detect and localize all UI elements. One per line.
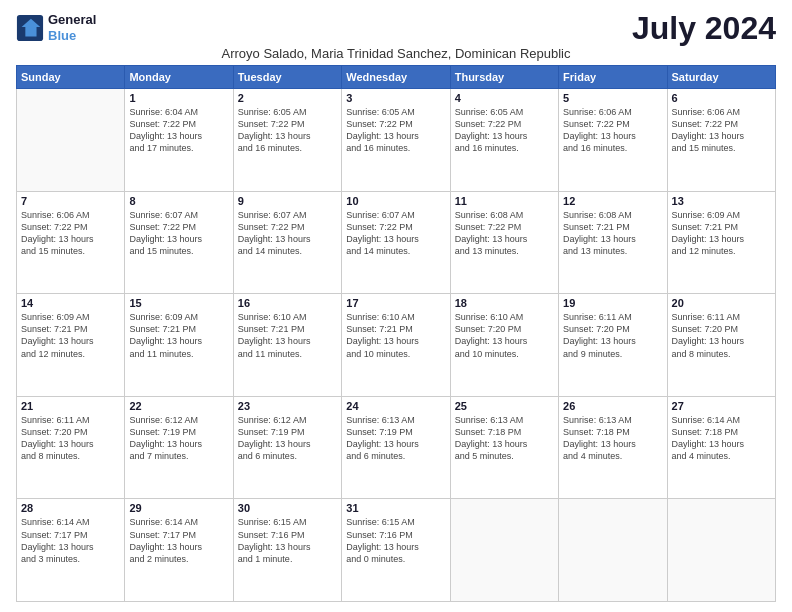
week-row-3: 14Sunrise: 6:09 AM Sunset: 7:21 PM Dayli…: [17, 294, 776, 397]
header: General Blue July 2024: [16, 12, 776, 44]
calendar-cell: 19Sunrise: 6:11 AM Sunset: 7:20 PM Dayli…: [559, 294, 667, 397]
title-section: July 2024: [632, 12, 776, 44]
day-number: 16: [238, 297, 337, 309]
calendar: Sunday Monday Tuesday Wednesday Thursday…: [16, 65, 776, 602]
day-number: 31: [346, 502, 445, 514]
calendar-cell: [559, 499, 667, 602]
day-number: 15: [129, 297, 228, 309]
day-number: 4: [455, 92, 554, 104]
page: General Blue July 2024 Arroyo Salado, Ma…: [0, 0, 792, 612]
col-tuesday: Tuesday: [233, 66, 341, 89]
day-number: 12: [563, 195, 662, 207]
calendar-cell: 30Sunrise: 6:15 AM Sunset: 7:16 PM Dayli…: [233, 499, 341, 602]
day-info: Sunrise: 6:05 AM Sunset: 7:22 PM Dayligh…: [455, 106, 554, 155]
calendar-cell: 21Sunrise: 6:11 AM Sunset: 7:20 PM Dayli…: [17, 396, 125, 499]
day-number: 25: [455, 400, 554, 412]
week-row-1: 1Sunrise: 6:04 AM Sunset: 7:22 PM Daylig…: [17, 89, 776, 192]
day-info: Sunrise: 6:09 AM Sunset: 7:21 PM Dayligh…: [672, 209, 771, 258]
col-sunday: Sunday: [17, 66, 125, 89]
day-number: 27: [672, 400, 771, 412]
calendar-cell: 13Sunrise: 6:09 AM Sunset: 7:21 PM Dayli…: [667, 191, 775, 294]
day-info: Sunrise: 6:07 AM Sunset: 7:22 PM Dayligh…: [346, 209, 445, 258]
day-number: 26: [563, 400, 662, 412]
day-info: Sunrise: 6:11 AM Sunset: 7:20 PM Dayligh…: [672, 311, 771, 360]
day-info: Sunrise: 6:12 AM Sunset: 7:19 PM Dayligh…: [238, 414, 337, 463]
day-info: Sunrise: 6:15 AM Sunset: 7:16 PM Dayligh…: [238, 516, 337, 565]
calendar-cell: [450, 499, 558, 602]
day-info: Sunrise: 6:06 AM Sunset: 7:22 PM Dayligh…: [672, 106, 771, 155]
day-info: Sunrise: 6:06 AM Sunset: 7:22 PM Dayligh…: [563, 106, 662, 155]
day-number: 5: [563, 92, 662, 104]
calendar-cell: 22Sunrise: 6:12 AM Sunset: 7:19 PM Dayli…: [125, 396, 233, 499]
day-info: Sunrise: 6:13 AM Sunset: 7:18 PM Dayligh…: [455, 414, 554, 463]
calendar-cell: 24Sunrise: 6:13 AM Sunset: 7:19 PM Dayli…: [342, 396, 450, 499]
subtitle: Arroyo Salado, Maria Trinidad Sanchez, D…: [16, 46, 776, 61]
calendar-cell: 26Sunrise: 6:13 AM Sunset: 7:18 PM Dayli…: [559, 396, 667, 499]
calendar-body: 1Sunrise: 6:04 AM Sunset: 7:22 PM Daylig…: [17, 89, 776, 602]
calendar-cell: 20Sunrise: 6:11 AM Sunset: 7:20 PM Dayli…: [667, 294, 775, 397]
calendar-cell: 31Sunrise: 6:15 AM Sunset: 7:16 PM Dayli…: [342, 499, 450, 602]
day-info: Sunrise: 6:07 AM Sunset: 7:22 PM Dayligh…: [238, 209, 337, 258]
day-info: Sunrise: 6:10 AM Sunset: 7:21 PM Dayligh…: [238, 311, 337, 360]
day-number: 9: [238, 195, 337, 207]
day-number: 11: [455, 195, 554, 207]
calendar-cell: 14Sunrise: 6:09 AM Sunset: 7:21 PM Dayli…: [17, 294, 125, 397]
day-number: 29: [129, 502, 228, 514]
day-number: 23: [238, 400, 337, 412]
day-number: 24: [346, 400, 445, 412]
col-friday: Friday: [559, 66, 667, 89]
day-info: Sunrise: 6:05 AM Sunset: 7:22 PM Dayligh…: [238, 106, 337, 155]
month-year: July 2024: [632, 12, 776, 44]
calendar-cell: 10Sunrise: 6:07 AM Sunset: 7:22 PM Dayli…: [342, 191, 450, 294]
day-info: Sunrise: 6:13 AM Sunset: 7:18 PM Dayligh…: [563, 414, 662, 463]
day-info: Sunrise: 6:10 AM Sunset: 7:20 PM Dayligh…: [455, 311, 554, 360]
calendar-cell: [667, 499, 775, 602]
day-info: Sunrise: 6:14 AM Sunset: 7:17 PM Dayligh…: [129, 516, 228, 565]
day-number: 18: [455, 297, 554, 309]
day-info: Sunrise: 6:04 AM Sunset: 7:22 PM Dayligh…: [129, 106, 228, 155]
calendar-cell: 29Sunrise: 6:14 AM Sunset: 7:17 PM Dayli…: [125, 499, 233, 602]
col-saturday: Saturday: [667, 66, 775, 89]
day-number: 19: [563, 297, 662, 309]
day-number: 2: [238, 92, 337, 104]
calendar-cell: [17, 89, 125, 192]
calendar-cell: 9Sunrise: 6:07 AM Sunset: 7:22 PM Daylig…: [233, 191, 341, 294]
logo-line1: General: [48, 12, 96, 28]
day-number: 20: [672, 297, 771, 309]
calendar-cell: 4Sunrise: 6:05 AM Sunset: 7:22 PM Daylig…: [450, 89, 558, 192]
calendar-cell: 28Sunrise: 6:14 AM Sunset: 7:17 PM Dayli…: [17, 499, 125, 602]
day-number: 7: [21, 195, 120, 207]
calendar-cell: 16Sunrise: 6:10 AM Sunset: 7:21 PM Dayli…: [233, 294, 341, 397]
day-info: Sunrise: 6:14 AM Sunset: 7:17 PM Dayligh…: [21, 516, 120, 565]
day-info: Sunrise: 6:12 AM Sunset: 7:19 PM Dayligh…: [129, 414, 228, 463]
day-info: Sunrise: 6:05 AM Sunset: 7:22 PM Dayligh…: [346, 106, 445, 155]
logo-text: General Blue: [48, 12, 96, 43]
day-number: 14: [21, 297, 120, 309]
calendar-cell: 15Sunrise: 6:09 AM Sunset: 7:21 PM Dayli…: [125, 294, 233, 397]
day-info: Sunrise: 6:09 AM Sunset: 7:21 PM Dayligh…: [129, 311, 228, 360]
week-row-4: 21Sunrise: 6:11 AM Sunset: 7:20 PM Dayli…: [17, 396, 776, 499]
calendar-cell: 7Sunrise: 6:06 AM Sunset: 7:22 PM Daylig…: [17, 191, 125, 294]
day-info: Sunrise: 6:15 AM Sunset: 7:16 PM Dayligh…: [346, 516, 445, 565]
week-row-2: 7Sunrise: 6:06 AM Sunset: 7:22 PM Daylig…: [17, 191, 776, 294]
calendar-cell: 1Sunrise: 6:04 AM Sunset: 7:22 PM Daylig…: [125, 89, 233, 192]
day-number: 17: [346, 297, 445, 309]
logo-line2: Blue: [48, 28, 96, 44]
day-info: Sunrise: 6:08 AM Sunset: 7:21 PM Dayligh…: [563, 209, 662, 258]
calendar-cell: 6Sunrise: 6:06 AM Sunset: 7:22 PM Daylig…: [667, 89, 775, 192]
day-number: 28: [21, 502, 120, 514]
day-info: Sunrise: 6:10 AM Sunset: 7:21 PM Dayligh…: [346, 311, 445, 360]
logo: General Blue: [16, 12, 96, 43]
col-thursday: Thursday: [450, 66, 558, 89]
day-info: Sunrise: 6:14 AM Sunset: 7:18 PM Dayligh…: [672, 414, 771, 463]
calendar-cell: 2Sunrise: 6:05 AM Sunset: 7:22 PM Daylig…: [233, 89, 341, 192]
day-number: 30: [238, 502, 337, 514]
calendar-cell: 3Sunrise: 6:05 AM Sunset: 7:22 PM Daylig…: [342, 89, 450, 192]
calendar-header: Sunday Monday Tuesday Wednesday Thursday…: [17, 66, 776, 89]
day-info: Sunrise: 6:13 AM Sunset: 7:19 PM Dayligh…: [346, 414, 445, 463]
day-number: 22: [129, 400, 228, 412]
day-info: Sunrise: 6:06 AM Sunset: 7:22 PM Dayligh…: [21, 209, 120, 258]
calendar-cell: 5Sunrise: 6:06 AM Sunset: 7:22 PM Daylig…: [559, 89, 667, 192]
calendar-cell: 23Sunrise: 6:12 AM Sunset: 7:19 PM Dayli…: [233, 396, 341, 499]
day-info: Sunrise: 6:09 AM Sunset: 7:21 PM Dayligh…: [21, 311, 120, 360]
